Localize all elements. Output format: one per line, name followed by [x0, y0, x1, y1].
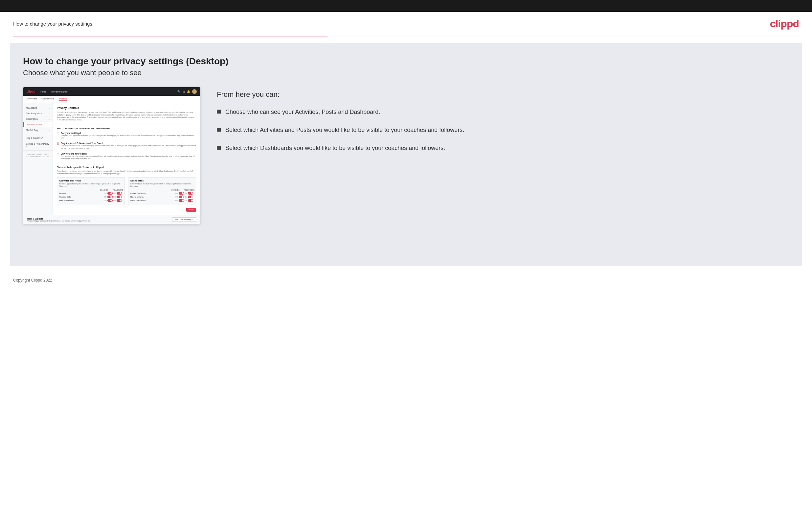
chevron-icon: ›: [49, 113, 50, 115]
activities-header: COACHES FOLLOWERS: [59, 189, 122, 191]
right-panel: From here you can: Choose who can see yo…: [217, 87, 789, 153]
practice-row: Practice Drills ON ON: [59, 195, 122, 198]
subnav-profile: My Profile: [27, 98, 37, 101]
sidebar-data-integrations[interactable]: Data Integrations ›: [23, 111, 53, 116]
practice-followers-switch[interactable]: [117, 195, 122, 198]
player-followers-toggle[interactable]: ON: [185, 192, 194, 194]
bullet-text-3: Select which Dashboards you would like t…: [225, 144, 445, 152]
header: How to change your privacy settings clip…: [0, 12, 812, 36]
activities-title: Activities and Posts: [59, 179, 122, 182]
help-desc: Visit our Clippd community to troublesho…: [27, 220, 90, 222]
manual-coaches-switch[interactable]: [107, 199, 113, 202]
sidebar-help[interactable]: Help & Support ↗: [23, 135, 53, 141]
save-button[interactable]: Save: [186, 208, 196, 212]
practice-coaches-switch[interactable]: [107, 195, 113, 198]
bullet-list: Choose who can see your Activities, Post…: [217, 108, 789, 153]
show-hide-title: Show or hide specific features in Clippd: [57, 166, 196, 169]
activities-table: Activities and Posts Select the types of…: [57, 177, 125, 205]
player-followers-switch[interactable]: [188, 192, 193, 194]
who-can-see-title: Who Can See Your Activities and Dashboar…: [57, 127, 196, 130]
radio-input-everyone[interactable]: [57, 132, 59, 134]
radio-label-only-you: Only You and Your Coach: [61, 153, 196, 155]
dashboards-desc: Select the types of activity that you'd …: [131, 183, 194, 187]
dash-followers-label: FOLLOWERS: [184, 189, 193, 191]
privacy-controls-desc: Control how you and your data appears to…: [57, 111, 196, 121]
radio-desc-only-you: Only you and the coaches you connect wit…: [61, 155, 196, 160]
chevron-icon: ›: [49, 118, 50, 120]
header-divider: [13, 36, 799, 37]
player-coaches-switch[interactable]: [179, 192, 184, 194]
bullet-item-3: Select which Dashboards you would like t…: [217, 144, 789, 152]
mock-navbar: clippd Home My Performance 🔍 ⊞ 🔔: [23, 87, 200, 96]
round-followers-toggle[interactable]: ON: [185, 195, 194, 198]
work-on-row: What To Work On ON ON: [131, 199, 194, 202]
player-dash-row: Player Dashboard ON ON: [131, 192, 194, 194]
mock-main-panel: Privacy Controls Control how you and you…: [53, 103, 200, 215]
radio-approved[interactable]: Only Approved Followers and Your Coach O…: [57, 142, 196, 150]
practice-coaches-toggle[interactable]: ON: [104, 195, 113, 198]
save-row: Save: [57, 208, 196, 212]
header-title: How to change your privacy settings: [13, 21, 92, 26]
dashboards-header: COACHES FOLLOWERS: [131, 189, 194, 191]
rounds-followers-switch[interactable]: [117, 192, 122, 194]
bullet-item-2: Select which Activities and Posts you wo…: [217, 126, 789, 134]
dashboards-table: Dashboards Select the types of activity …: [128, 177, 196, 205]
mock-nav-performance: My Performance: [51, 91, 67, 93]
round-followers-switch[interactable]: [188, 195, 193, 198]
divider-2: [57, 163, 196, 163]
coaches-label: COACHES: [100, 189, 109, 191]
sidebar-my-account[interactable]: My Account ›: [23, 105, 53, 111]
chevron-icon: ›: [49, 107, 50, 109]
work-followers-toggle[interactable]: ON: [185, 199, 194, 202]
activities-desc: Select the types of activity that you'd …: [59, 183, 122, 187]
chevron-icon: ›: [49, 129, 50, 131]
work-followers-switch[interactable]: [188, 199, 193, 202]
manual-followers-toggle[interactable]: ON: [113, 199, 122, 202]
toggle-tables: Activities and Posts Select the types of…: [57, 177, 196, 205]
sidebar-subscription[interactable]: Subscription ›: [23, 116, 53, 122]
sidebar-privacy-controls[interactable]: Privacy Controls ›: [23, 122, 53, 127]
round-coaches-switch[interactable]: [179, 195, 184, 198]
bullet-text-2: Select which Activities and Posts you wo…: [225, 126, 464, 134]
practice-followers-toggle[interactable]: ON: [113, 195, 122, 198]
dash-coaches-label: COACHES: [171, 189, 180, 191]
rounds-coaches-switch[interactable]: [107, 192, 113, 194]
bullet-square-2: [217, 128, 221, 131]
bullet-item-1: Choose who can see your Activities, Post…: [217, 108, 789, 116]
radio-everyone[interactable]: Everyone on Clippd Everyone on Clippd ca…: [57, 132, 196, 139]
bullet-square-1: [217, 110, 221, 114]
manual-coaches-toggle[interactable]: ON: [104, 199, 113, 202]
mock-nav-icons: 🔍 ⊞ 🔔: [177, 89, 197, 94]
visit-community-button[interactable]: Visit Our Community ↗: [172, 217, 196, 222]
divider-1: [57, 124, 196, 124]
radio-input-approved[interactable]: [57, 143, 59, 145]
bell-icon: 🔔: [187, 90, 190, 93]
avatar: [192, 89, 197, 94]
grid-icon: ⊞: [183, 90, 185, 93]
round-insights-row: Round Insights ON ON: [131, 195, 194, 198]
round-coaches-toggle[interactable]: ON: [175, 195, 185, 198]
rounds-coaches-toggle[interactable]: ON: [104, 192, 113, 194]
radio-input-only-you[interactable]: [57, 153, 59, 155]
radio-desc-everyone: Everyone on Clippd can search for you an…: [61, 134, 196, 139]
privacy-controls-title: Privacy Controls: [57, 106, 196, 110]
mock-body: My Account › Data Integrations › Subscri…: [23, 103, 200, 215]
manual-followers-switch[interactable]: [117, 199, 122, 202]
work-coaches-toggle[interactable]: ON: [175, 199, 185, 202]
subnav-connections: Connections: [41, 98, 54, 101]
bullet-square-3: [217, 146, 221, 150]
show-hide-desc: Regardless of the privacy controls that …: [57, 170, 196, 175]
two-col-layout: clippd Home My Performance 🔍 ⊞ 🔔 My Prof…: [23, 87, 789, 224]
sidebar-privacy-policy[interactable]: Service & Privacy Policy ↗: [23, 141, 53, 149]
work-coaches-switch[interactable]: [179, 199, 184, 202]
radio-desc-approved: Only approved followers and coaches you …: [61, 145, 196, 150]
sidebar-golf-bag[interactable]: My Golf Bag ›: [23, 127, 53, 133]
radio-only-you[interactable]: Only You and Your Coach Only you and the…: [57, 153, 196, 160]
version-info: Clippd Client Version: 2022.8.2SQL Serve…: [23, 152, 53, 160]
radio-group: Everyone on Clippd Everyone on Clippd ca…: [57, 132, 196, 160]
sidebar-divider: [23, 134, 53, 134]
player-coaches-toggle[interactable]: ON: [175, 192, 185, 194]
mock-sidebar: My Account › Data Integrations › Subscri…: [23, 103, 53, 215]
rounds-followers-toggle[interactable]: ON: [113, 192, 122, 194]
footer: Copyright Clippd 2022: [0, 273, 812, 288]
